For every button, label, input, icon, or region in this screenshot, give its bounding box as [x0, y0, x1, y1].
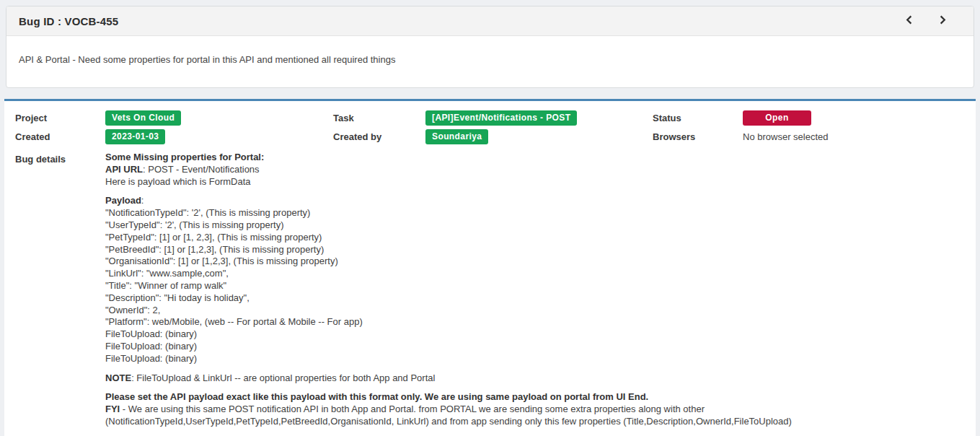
bug-details-paragraph: NOTE: FileToUpload & LinkUrl -- are opti…	[105, 372, 966, 385]
task-label: Task	[333, 110, 425, 123]
bug-details-line: "PetBreedId": [1] or [1,2,3], (This is m…	[105, 244, 966, 256]
bug-details-line: "Title": "Winner of ramp walk"	[105, 280, 966, 292]
bug-summary-card: Bug ID : VOCB-455 API & Portal - Need so…	[6, 6, 974, 88]
bug-details-label: Bug details	[15, 152, 105, 428]
page-title: Bug ID : VOCB-455	[19, 15, 118, 27]
chevron-left-icon	[904, 14, 915, 27]
bug-details-line: "Platform": web/Mobile, (web -- For port…	[105, 316, 966, 328]
bug-navigation	[904, 14, 948, 27]
bug-details-paragraph: Please set the API payload exact like th…	[105, 391, 966, 427]
created-value-cell: 2023-01-03	[105, 129, 333, 144]
bug-details-paragraph: Some Missing properties for Portal:API U…	[105, 152, 966, 188]
bug-details-paragraph: Payload:"NotificationTypeId": '2', (This…	[105, 195, 966, 365]
bug-details-line: FileToUpload: (binary)	[105, 353, 966, 365]
next-bug-button[interactable]	[937, 14, 948, 27]
project-badge: Vets On Cloud	[105, 110, 181, 126]
bug-details-line: FileToUpload: (binary)	[105, 328, 966, 341]
bug-summary-text: API & Portal - Need some properties for …	[6, 36, 974, 87]
bug-details-line: FileToUpload: (binary)	[105, 341, 966, 353]
bug-details-line: "LinkUrl": "www.sample,com",	[105, 268, 966, 280]
bug-details-line: "PetTypeId": [1] or [1, 2,3], (This is m…	[105, 232, 966, 244]
bug-details-line: NOTE: FileToUpload & LinkUrl -- are opti…	[105, 372, 966, 385]
chevron-right-icon	[937, 14, 948, 27]
previous-bug-button[interactable]	[904, 14, 915, 27]
bug-details-line: API URL: POST - Event/Notifications	[105, 164, 966, 176]
bug-details-line: "OrganisationId": [1] or [1,2,3], (This …	[105, 256, 966, 268]
bug-details-line: Please set the API payload exact like th…	[105, 391, 966, 404]
created-by-value-cell: Soundariya	[425, 129, 653, 144]
task-badge: [API]Event/Notifications - POST	[425, 110, 577, 126]
bug-details-line: Some Missing properties for Portal:	[105, 152, 966, 164]
bug-meta-grid: Project Vets On Cloud Task [API]Event/No…	[15, 110, 966, 144]
created-by-badge: Soundariya	[425, 129, 488, 144]
status-label: Status	[653, 110, 743, 123]
created-date-badge: 2023-01-03	[105, 129, 165, 144]
project-label: Project	[15, 110, 105, 123]
created-label: Created	[15, 129, 105, 142]
created-by-label: Created by	[333, 129, 425, 142]
bug-details-line: "Description": "Hi today is holiday",	[105, 292, 966, 305]
bug-details-line: FYI - We are using this same POST notifi…	[105, 404, 966, 428]
status-badge: Open	[743, 110, 811, 126]
bug-details-line: "NotificationTypeId": '2', (This is miss…	[105, 207, 966, 219]
browsers-label: Browsers	[653, 129, 743, 142]
task-value-cell: [API]Event/Notifications - POST	[425, 110, 653, 126]
bug-details-card: Project Vets On Cloud Task [API]Event/No…	[4, 99, 976, 436]
bug-details-line: Here is payload which is FormData	[105, 176, 966, 188]
status-value-cell: Open	[743, 110, 966, 126]
bug-details-row: Bug details Some Missing properties for …	[15, 152, 966, 428]
bug-details-content: Some Missing properties for Portal:API U…	[105, 152, 966, 428]
browsers-value: No browser selected	[743, 129, 966, 142]
bug-header-bar: Bug ID : VOCB-455	[6, 6, 974, 36]
bug-details-line: Payload:	[105, 195, 966, 207]
bug-details-line: "OwnerId": 2,	[105, 305, 966, 317]
project-value-cell: Vets On Cloud	[105, 110, 333, 126]
bug-details-line: "UserTypeId": '2', (This is missing prop…	[105, 219, 966, 232]
